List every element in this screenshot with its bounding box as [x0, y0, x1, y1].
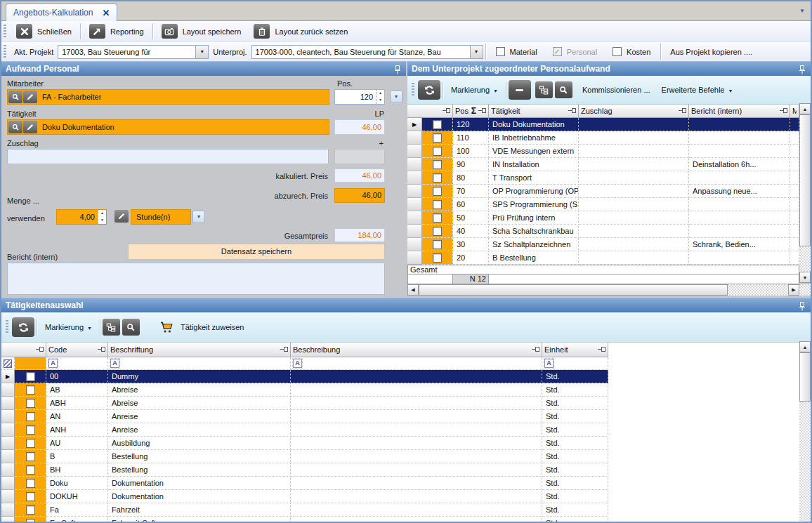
- cell-taetigkeit[interactable]: VDE Messungen extern: [489, 145, 579, 158]
- scrollbar-track[interactable]: [799, 402, 811, 523]
- tree-view-button[interactable]: [535, 81, 553, 98]
- cell-pos[interactable]: 60: [453, 198, 489, 211]
- row-checkbox[interactable]: [26, 372, 35, 381]
- cell-bericht[interactable]: Schrank, Bedien...: [689, 238, 790, 251]
- row-selector[interactable]: [407, 238, 422, 251]
- search-button[interactable]: [122, 319, 140, 336]
- bericht-intern-textarea[interactable]: [7, 263, 385, 295]
- cell-code[interactable]: ABH: [46, 397, 108, 410]
- cell-bericht[interactable]: [689, 118, 790, 131]
- table-row[interactable]: DokuDokumentationStd.: [1, 477, 799, 490]
- cell-beschriftung[interactable]: Fahrzeit-Soft: [108, 517, 291, 523]
- cell-m[interactable]: [790, 145, 799, 158]
- cell-pos[interactable]: 50: [453, 211, 489, 225]
- cell-beschriftung[interactable]: Dokumentation: [108, 490, 291, 503]
- cell-bericht[interactable]: [689, 225, 790, 238]
- tab-list-dropdown-icon[interactable]: ▼: [799, 8, 805, 14]
- cell-code[interactable]: DOKUH: [46, 490, 108, 503]
- cell-beschriftung[interactable]: Dummy: [108, 370, 291, 383]
- cell-pos[interactable]: 120: [453, 118, 489, 131]
- cell-code[interactable]: Fa-Soft: [46, 517, 108, 523]
- cell-zuschlag[interactable]: [579, 131, 689, 145]
- cell-pos[interactable]: 20: [453, 251, 489, 265]
- filter-cell-einheit[interactable]: A: [542, 357, 608, 370]
- cell-pos[interactable]: 30: [453, 238, 489, 251]
- cell-zuschlag[interactable]: [579, 225, 689, 238]
- cell-pos[interactable]: 110: [453, 131, 489, 145]
- row-checkbox[interactable]: [26, 519, 35, 523]
- cell-taetigkeit[interactable]: IN Installation: [489, 158, 579, 171]
- cell-bericht[interactable]: Anpassung neue...: [689, 185, 790, 198]
- auto-filter-icon[interactable]: A: [544, 359, 554, 368]
- current-row-arrow-icon[interactable]: ▶: [407, 118, 422, 131]
- scrollbar-thumb[interactable]: [419, 284, 728, 296]
- cell-beschriftung[interactable]: Anreise: [108, 410, 291, 423]
- column-header-selector[interactable]: [407, 105, 453, 118]
- row-selector[interactable]: [1, 383, 15, 397]
- cell-zuschlag[interactable]: [579, 238, 689, 251]
- cell-m[interactable]: [790, 171, 799, 185]
- cell-beschreibung[interactable]: [291, 423, 542, 437]
- auto-filter-icon[interactable]: A: [48, 359, 58, 368]
- column-header-beschreibung[interactable]: Beschreibung: [291, 343, 542, 357]
- row-selector[interactable]: [1, 423, 15, 437]
- cell-pos[interactable]: 100: [453, 145, 489, 158]
- row-selector[interactable]: [1, 517, 15, 523]
- cell-taetigkeit[interactable]: B Bestellung: [489, 251, 579, 265]
- column-header-m[interactable]: M: [790, 105, 799, 118]
- cell-zuschlag[interactable]: [579, 118, 689, 131]
- column-header-pos[interactable]: Pos. Σ: [453, 105, 489, 118]
- cell-einheit[interactable]: Std.: [542, 383, 608, 397]
- cell-einheit[interactable]: Std.: [542, 477, 608, 490]
- table-row[interactable]: 80T Transport: [407, 171, 811, 185]
- taetigkeit-field[interactable]: Doku Dokumentation: [7, 119, 329, 135]
- cell-beschriftung[interactable]: Dokumentation: [108, 477, 291, 490]
- table-row[interactable]: 60SPS Programmierung (S...: [407, 198, 811, 211]
- cell-einheit[interactable]: Std.: [542, 410, 608, 423]
- pin-icon[interactable]: [394, 65, 401, 74]
- cell-bericht[interactable]: [689, 211, 790, 225]
- table-row[interactable]: 70OP Programmierung (OP)Anpassung neue..…: [407, 185, 811, 198]
- search-icon[interactable]: [8, 121, 22, 133]
- row-checkbox[interactable]: [26, 439, 35, 448]
- filter-cell-beschriftung[interactable]: A: [108, 357, 291, 370]
- row-selector[interactable]: [407, 145, 422, 158]
- table-row[interactable]: 40Scha Schaltschrankbau: [407, 225, 811, 238]
- row-selector[interactable]: [1, 450, 15, 463]
- cell-code[interactable]: Doku: [46, 477, 108, 490]
- kosten-checkbox-box[interactable]: [613, 47, 622, 56]
- unterproj-combobox[interactable]: 17003-000, cleantech, Bau Steuerung für …: [251, 45, 483, 59]
- row-selector[interactable]: [407, 198, 422, 211]
- pos-spinner[interactable]: 120 ▲▼: [334, 89, 385, 105]
- row-checkbox[interactable]: [26, 412, 35, 421]
- cell-beschriftung[interactable]: Abreise: [108, 383, 291, 397]
- scrollbar-thumb[interactable]: [799, 352, 811, 402]
- cell-einheit[interactable]: Std.: [542, 423, 608, 437]
- column-pin-icon[interactable]: [679, 107, 686, 115]
- scroll-right-icon[interactable]: ▶: [788, 284, 799, 296]
- cell-beschreibung[interactable]: [291, 503, 542, 517]
- chevron-down-icon[interactable]: ▼: [195, 46, 208, 58]
- row-checkbox[interactable]: [433, 240, 442, 249]
- cell-beschreibung[interactable]: [291, 477, 542, 490]
- row-selector[interactable]: [1, 437, 15, 450]
- column-pin-icon[interactable]: [532, 345, 539, 354]
- cell-beschreibung[interactable]: [291, 370, 542, 383]
- kosten-checkbox[interactable]: Kosten: [613, 47, 650, 56]
- cell-code[interactable]: AB: [46, 383, 108, 397]
- column-pin-icon[interactable]: [280, 345, 288, 354]
- cell-m[interactable]: [790, 211, 799, 225]
- table-row[interactable]: ANAnreiseStd.: [1, 410, 799, 423]
- cell-m[interactable]: [790, 158, 799, 171]
- table-row[interactable]: 50Prü Prüfung intern: [407, 211, 811, 225]
- cell-beschriftung[interactable]: Ausbildung: [108, 437, 291, 450]
- row-checkbox[interactable]: [433, 187, 442, 196]
- cell-code[interactable]: B: [46, 450, 108, 463]
- row-checkbox[interactable]: [26, 479, 35, 488]
- row-selector[interactable]: [407, 185, 422, 198]
- cell-pos[interactable]: 90: [453, 158, 489, 171]
- row-selector[interactable]: [407, 131, 422, 145]
- scrollbar-track[interactable]: [728, 284, 788, 296]
- table-row[interactable]: ABAbreiseStd.: [1, 383, 799, 397]
- spin-up-icon[interactable]: ▲: [376, 90, 384, 97]
